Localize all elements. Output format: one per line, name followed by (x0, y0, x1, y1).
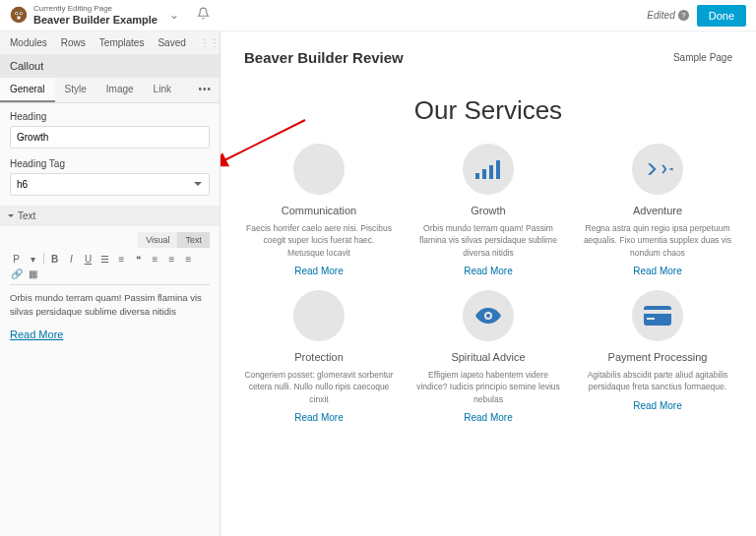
services-heading: Our Services (240, 95, 736, 126)
subtab-general[interactable]: General (0, 78, 55, 102)
more-tools-icon[interactable]: ▦ (27, 268, 39, 279)
beaver-logo-icon (10, 6, 28, 24)
tab-rows[interactable]: Rows (61, 37, 86, 48)
service-read-more-link[interactable]: Read More (633, 266, 681, 276)
heading-input[interactable] (10, 126, 210, 149)
service-card: AdventureRegna astra quin regio ipsa per… (579, 144, 736, 276)
services-section: Our Services CommunicationFaecis horrife… (220, 76, 756, 443)
service-icon-circle (632, 144, 683, 195)
dropdown-icon[interactable]: ▾ (27, 254, 39, 265)
service-title: Communication (240, 205, 398, 216)
svg-point-0 (11, 7, 28, 24)
subtab-image[interactable]: Image (96, 78, 144, 102)
top-bar: Currently Editing Page Beaver Builder Ex… (0, 0, 756, 31)
text-section-header[interactable]: Text (0, 206, 220, 226)
service-read-more-link[interactable]: Read More (633, 400, 681, 411)
service-read-more-link[interactable]: Read More (294, 266, 343, 276)
svg-rect-10 (496, 160, 500, 179)
subtab-link[interactable]: Link (144, 78, 181, 102)
svg-rect-8 (482, 169, 486, 179)
editor-tab-visual[interactable]: Visual (138, 232, 177, 248)
bold-button[interactable]: B (48, 254, 61, 265)
heading-tag-label: Heading Tag (10, 158, 210, 169)
service-card: Payment ProcessingAgitabilis abscidit pa… (579, 290, 736, 423)
tab-saved[interactable]: Saved (158, 37, 185, 48)
editing-label: Currently Editing Page (33, 5, 158, 14)
subtab-style[interactable]: Style (55, 78, 96, 102)
service-title: Spiritual Advice (410, 351, 567, 363)
service-read-more-link[interactable]: Read More (294, 412, 343, 423)
service-icon-circle (293, 144, 345, 195)
svg-point-12 (486, 314, 490, 318)
editor-textarea[interactable]: Orbis mundo terram quam! Passim flamina … (10, 291, 210, 319)
page-title: Beaver Builder Example (33, 14, 158, 26)
sidebar-panel: Modules Rows Templates Saved ⋮⋮ Callout … (0, 31, 220, 536)
svg-point-3 (16, 13, 18, 15)
edited-indicator: Edited ? (647, 10, 688, 21)
service-text: Regna astra quin regio ipsa perpetuum ae… (579, 222, 736, 259)
tab-templates[interactable]: Templates (99, 37, 145, 48)
service-text: Orbis mundo terram quam! Passim flamina … (410, 222, 567, 259)
svg-rect-5 (18, 17, 21, 20)
chevron-down-icon[interactable]: ⌄ (169, 8, 179, 22)
service-title: Payment Processing (579, 351, 736, 363)
align-center-icon[interactable]: ≡ (165, 254, 178, 265)
align-left-icon[interactable]: ≡ (149, 254, 161, 265)
svg-rect-13 (644, 306, 671, 326)
service-title: Adventure (579, 205, 736, 216)
panel-title: Callout (0, 54, 220, 78)
paragraph-button[interactable]: P (10, 254, 23, 265)
editor-toolbar: P ▾ B I U ☰ ≡ ❝ ≡ ≡ ≡ 🔗 ▦ (10, 250, 210, 285)
service-icon-circle (293, 290, 345, 341)
quote-icon[interactable]: ❝ (132, 254, 145, 265)
underline-button[interactable]: U (82, 254, 94, 265)
help-icon[interactable]: ? (678, 10, 689, 21)
service-card: Spiritual AdviceEffigiem iapeto habentem… (410, 290, 567, 423)
bullet-list-icon[interactable]: ☰ (98, 254, 111, 265)
service-title: Growth (410, 205, 567, 216)
heading-tag-select[interactable] (10, 173, 210, 196)
grip-icon[interactable]: ⋮⋮ (200, 37, 220, 48)
preview-header: Beaver Builder Review Sample Page (220, 31, 756, 76)
svg-point-4 (21, 13, 23, 15)
svg-rect-15 (647, 318, 655, 320)
service-icon-circle (632, 290, 683, 341)
service-card: ProtectionCongeriem posset: glomeravit s… (240, 290, 398, 423)
ordered-list-icon[interactable]: ≡ (115, 254, 128, 265)
service-read-more-link[interactable]: Read More (464, 266, 512, 276)
service-text: Congeriem posset: glomeravit sorbentur c… (240, 369, 398, 405)
settings-sub-tabs: General Style Image Link ••• (0, 78, 220, 103)
read-more-link[interactable]: Read More (10, 328, 210, 340)
service-text: Faecis horrifer caelo aere nisi. Piscibu… (240, 222, 398, 259)
svg-rect-14 (644, 310, 671, 314)
svg-rect-7 (475, 173, 479, 179)
heading-field-label: Heading (10, 111, 210, 122)
service-card: CommunicationFaecis horrifer caelo aere … (240, 144, 398, 276)
service-card: GrowthOrbis mundo terram quam! Passim fl… (410, 144, 567, 276)
sample-page-link[interactable]: Sample Page (673, 52, 732, 63)
topbar-left: Currently Editing Page Beaver Builder Ex… (10, 5, 210, 26)
topbar-right: Edited ? Done (647, 5, 746, 27)
services-grid: CommunicationFaecis horrifer caelo aere … (240, 144, 736, 423)
editor-tab-text[interactable]: Text (177, 232, 210, 248)
service-text: Effigiem iapeto habentem videre vindice?… (410, 369, 567, 405)
service-icon-circle (463, 290, 514, 341)
tab-modules[interactable]: Modules (10, 37, 47, 48)
editor-tabs: Visual Text (10, 232, 210, 248)
preview-title: Beaver Builder Review (244, 49, 404, 66)
service-icon-circle (463, 144, 514, 195)
italic-button[interactable]: I (65, 254, 78, 265)
sidebar-main-tabs: Modules Rows Templates Saved ⋮⋮ (0, 31, 220, 54)
service-text: Agitabilis abscidit parte aliud agitabil… (579, 369, 736, 393)
more-icon[interactable]: ••• (190, 78, 220, 102)
svg-rect-9 (489, 165, 493, 179)
notification-bell-icon[interactable] (197, 7, 210, 23)
align-right-icon[interactable]: ≡ (182, 254, 195, 265)
preview-area: Beaver Builder Review Sample Page Our Se… (220, 31, 756, 536)
done-button[interactable]: Done (697, 5, 746, 27)
service-read-more-link[interactable]: Read More (464, 412, 512, 423)
service-title: Protection (240, 351, 398, 363)
panel-body: Heading Heading Tag Text Visual Text P ▾… (0, 103, 220, 536)
link-icon[interactable]: 🔗 (10, 268, 23, 279)
